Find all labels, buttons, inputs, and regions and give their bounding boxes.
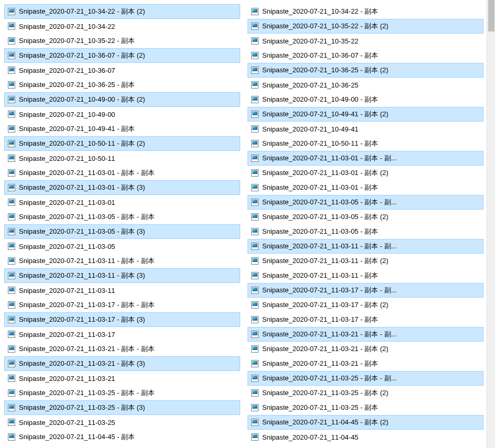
file-item[interactable]: Snipaste_2020-07-21_10-36-07 - 副本	[243, 48, 487, 63]
image-file-icon	[7, 257, 16, 265]
file-item[interactable]: Snipaste_2020-07-21_11-03-21 - 副本 - 副本	[0, 342, 243, 356]
file-item[interactable]: Snipaste_2020-07-21_11-03-01 - 副本 - 副...	[248, 151, 483, 166]
file-item[interactable]: Snipaste_2020-07-21_11-03-05 - 副本 (2)	[243, 210, 487, 224]
file-item[interactable]: Snipaste_2020-07-21_11-03-25 - 副本 - 副...	[248, 371, 483, 386]
image-file-icon	[7, 81, 16, 89]
file-item[interactable]: Snipaste_2020-07-21_10-50-11 - 副本 (2)	[4, 136, 240, 151]
svg-point-231	[253, 406, 254, 407]
file-item[interactable]: Snipaste_2020-07-21_11-03-01 - 副本	[243, 180, 487, 195]
file-item[interactable]: Snipaste_2020-07-21_11-03-11	[0, 283, 243, 298]
file-label: Snipaste_2020-07-21_11-03-21 - 副本 (2)	[262, 344, 389, 354]
file-item[interactable]: Snipaste_2020-07-21_10-34-22	[0, 19, 243, 34]
file-item[interactable]: Snipaste_2020-07-21_11-03-11 - 副本	[243, 268, 487, 283]
file-label: Snipaste_2020-07-21_10-36-07 - 副本	[262, 51, 378, 60]
image-file-icon	[7, 359, 16, 368]
file-label: Snipaste_2020-07-21_11-03-05 - 副本 - 副本	[19, 212, 155, 222]
file-item[interactable]: Snipaste_2020-07-21_11-03-21 - 副本 (2)	[243, 342, 487, 356]
image-file-icon	[251, 22, 259, 30]
svg-point-199	[253, 288, 254, 289]
file-item[interactable]: Snipaste_2020-07-21_11-03-25 - 副本	[243, 400, 487, 415]
image-file-icon	[251, 7, 259, 16]
file-item[interactable]: Snipaste_2020-07-21_11-03-25 - 副本 (2)	[243, 386, 487, 400]
file-item[interactable]: Snipaste_2020-07-21_10-35-22 - 副本 (2)	[248, 19, 483, 34]
file-label: Snipaste_2020-07-21_11-03-11 - 副本 - 副...	[262, 242, 397, 251]
image-file-icon	[251, 169, 259, 177]
file-item[interactable]: Snipaste_2020-07-21_11-03-25 - 副本 - 副本	[0, 386, 243, 400]
file-item[interactable]: Snipaste_2020-07-21_10-49-41 - 副本	[0, 122, 243, 136]
file-label: Snipaste_2020-07-21_11-03-05 - 副本	[262, 227, 378, 236]
image-file-icon	[7, 37, 16, 45]
file-item[interactable]: Snipaste_2020-07-21_11-03-11 - 副本 - 副本	[0, 254, 243, 268]
file-item[interactable]: Snipaste_2020-07-21_11-03-11 - 副本 (3)	[4, 268, 240, 283]
file-item[interactable]: Snipaste_2020-07-21_11-04-45 - 副本 (2)	[248, 415, 483, 430]
file-item[interactable]: Snipaste_2020-07-21_11-03-21	[0, 371, 243, 386]
file-item[interactable]: Snipaste_2020-07-21_10-49-41	[243, 122, 487, 136]
file-item[interactable]: Snipaste_2020-07-21_11-03-05 - 副本 (3)	[4, 224, 240, 239]
file-item[interactable]: Snipaste_2020-07-21_11-03-17 - 副本 (2)	[243, 298, 487, 312]
file-label: Snipaste_2020-07-21_10-34-22	[19, 23, 115, 30]
file-item[interactable]: Snipaste_2020-07-21_11-03-11 - 副本 - 副...	[248, 239, 483, 254]
file-item[interactable]: Snipaste_2020-07-21_11-03-01 - 副本 (2)	[243, 166, 487, 180]
image-file-icon	[251, 37, 259, 45]
file-item[interactable]: Snipaste_2020-07-21_11-03-05	[0, 239, 243, 254]
file-item[interactable]: Snipaste_2020-07-21_11-03-17 - 副本 - 副...	[248, 283, 483, 298]
file-item[interactable]: Snipaste_2020-07-21_11-03-21 - 副本 - 副...	[248, 327, 483, 342]
file-item[interactable]: Snipaste_2020-07-21_11-04-45	[243, 430, 487, 444]
file-item[interactable]: Snipaste_2020-07-21_10-36-25 - 副本 (2)	[248, 63, 483, 78]
svg-point-83	[9, 303, 10, 304]
svg-point-159	[253, 141, 254, 143]
file-item[interactable]: Snipaste_2020-07-21_10-36-07	[0, 63, 243, 78]
file-item[interactable]: Snipaste_2020-07-21_11-03-17 - 副本	[243, 312, 487, 327]
file-item[interactable]: Snipaste_2020-07-21_11-03-05 - 副本 - 副本	[0, 210, 243, 224]
file-item[interactable]: Snipaste_2020-07-21_10-35-22	[243, 34, 487, 48]
file-label: Snipaste_2020-07-21_10-35-22	[262, 37, 359, 45]
scrollbar-thumb[interactable]	[488, 0, 494, 31]
image-file-icon	[7, 418, 16, 427]
file-item[interactable]: Snipaste_2020-07-21_10-36-25	[243, 78, 487, 92]
file-label: Snipaste_2020-07-21_11-04-45 - 副本	[19, 432, 135, 442]
svg-point-187	[253, 244, 254, 245]
file-item[interactable]: Snipaste_2020-07-21_10-50-11 - 副本	[243, 136, 487, 151]
file-label: Snipaste_2020-07-21_11-03-17 - 副本 - 副本	[19, 300, 155, 310]
file-label: Snipaste_2020-07-21_10-49-41	[262, 125, 359, 133]
file-item[interactable]: Snipaste_2020-07-21_11-03-17 - 副本 (3)	[4, 312, 240, 327]
svg-point-107	[9, 391, 10, 392]
file-item[interactable]: Snipaste_2020-07-21_11-03-21 - 副本 (3)	[4, 356, 240, 371]
file-item[interactable]: Snipaste_2020-07-21_11-03-25 - 副本 (3)	[4, 400, 240, 415]
file-item[interactable]: Snipaste_2020-07-21_10-35-22 - 副本	[0, 34, 243, 48]
file-item[interactable]: Snipaste_2020-07-21_10-34-22 - 副本	[243, 4, 487, 19]
file-label: Snipaste_2020-07-21_11-03-17 - 副本	[262, 315, 378, 324]
image-file-icon	[251, 183, 259, 192]
file-item[interactable]: Snipaste_2020-07-21_11-03-11 - 副本 (2)	[243, 254, 487, 268]
svg-point-131	[253, 39, 254, 40]
file-item[interactable]: Snipaste_2020-07-21_11-03-17	[0, 327, 243, 342]
file-list-area[interactable]: Snipaste_2020-07-21_10-34-22 - 副本 (2)Sni…	[0, 0, 487, 448]
file-item[interactable]: Snipaste_2020-07-21_11-03-05 - 副本	[243, 224, 487, 239]
file-item[interactable]: Snipaste_2020-07-21_10-36-07 - 副本 (2)	[4, 48, 240, 63]
file-item[interactable]: Snipaste_2020-07-21_10-49-41 - 副本 (2)	[248, 107, 483, 122]
file-item[interactable]: Snipaste_2020-07-21_11-03-05 - 副本 - 副...	[248, 195, 483, 210]
image-file-icon	[251, 418, 259, 427]
image-file-icon	[7, 301, 16, 309]
file-item[interactable]: Snipaste_2020-07-21_10-49-00 - 副本	[243, 92, 487, 107]
file-item[interactable]: Snipaste_2020-07-21_11-03-17 - 副本 - 副本	[0, 298, 243, 312]
file-item[interactable]: Snipaste_2020-07-21_10-49-00 - 副本 (2)	[4, 92, 240, 107]
file-item[interactable]: Snipaste_2020-07-21_11-04-45 - 副本	[0, 430, 243, 444]
file-item[interactable]: Snipaste_2020-07-21_11-03-21 - 副本	[243, 356, 487, 371]
file-item[interactable]: Snipaste_2020-07-21_11-03-01 - 副本 - 副本	[0, 166, 243, 180]
image-file-icon	[251, 154, 259, 162]
svg-point-51	[9, 185, 10, 187]
file-label: Snipaste_2020-07-21_11-03-25 - 副本 (2)	[262, 388, 389, 398]
file-item[interactable]: Snipaste_2020-07-21_10-49-00	[0, 107, 243, 122]
file-item[interactable]: Snipaste_2020-07-21_11-03-01 - 副本 (3)	[4, 180, 240, 195]
image-file-icon	[7, 389, 16, 397]
file-item[interactable]: Snipaste_2020-07-21_10-34-22 - 副本 (2)	[4, 4, 240, 19]
image-file-icon	[251, 51, 259, 60]
file-item[interactable]: Snipaste_2020-07-21_10-36-25 - 副本	[0, 78, 243, 92]
file-item[interactable]: Snipaste_2020-07-21_11-03-01	[0, 195, 243, 210]
svg-point-135	[253, 53, 254, 54]
file-item[interactable]: Snipaste_2020-07-21_10-50-11	[0, 151, 243, 166]
svg-point-127	[253, 24, 254, 25]
file-item[interactable]: Snipaste_2020-07-21_11-03-25	[0, 415, 243, 430]
vertical-scrollbar[interactable]	[487, 0, 495, 448]
